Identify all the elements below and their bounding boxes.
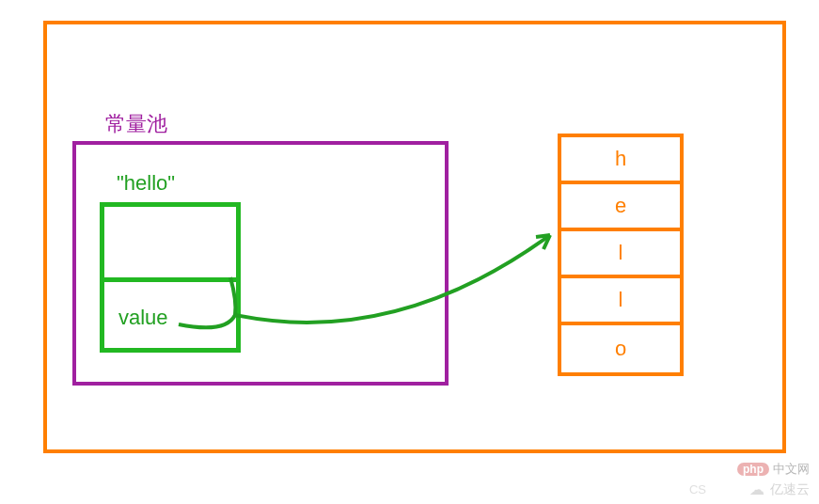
value-field-label: value [118,306,168,330]
php-watermark: php 中文网 [737,461,810,478]
php-watermark-text: 中文网 [773,461,810,478]
array-cell: l [561,278,680,325]
array-cell: h [561,137,680,184]
array-cell: l [561,231,680,278]
string-object-divider [100,277,241,282]
cloud-watermark-text: 亿速云 [770,481,810,498]
array-cell: o [561,325,680,372]
cloud-watermark: ☁ 亿速云 [749,480,810,498]
string-literal-label: "hello" [117,171,175,196]
char-array-box: h e l l o [558,134,684,376]
constant-pool-label: 常量池 [105,110,167,138]
array-cell: e [561,184,680,231]
cs-watermark: CS [689,482,706,496]
php-badge-icon: php [737,463,769,476]
cloud-icon: ☁ [749,480,764,498]
